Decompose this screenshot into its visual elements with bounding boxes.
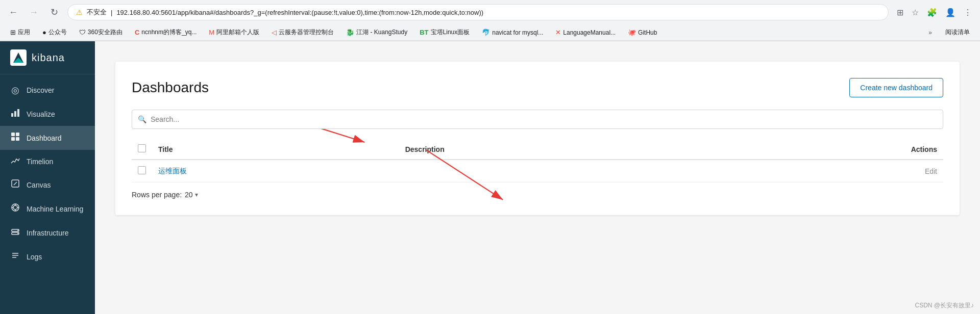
sidebar-nav: ◎ Discover Visualize — [0, 74, 95, 273]
bookmark-github[interactable]: 🐙 GitHub — [624, 27, 661, 38]
th-title: Title — [152, 139, 399, 160]
bookmarks-more[interactable]: » — [925, 28, 935, 38]
dashboard-link[interactable]: 运维面板 — [158, 167, 187, 175]
github-icon: 🐙 — [628, 29, 636, 36]
dashboard-icon — [10, 132, 20, 144]
th-actions: Actions — [710, 139, 943, 160]
lock-icon: ⚠ — [76, 8, 83, 16]
table-header: Title Description Actions — [132, 139, 943, 160]
bookmark-bt-label: 宝塔Linux面板 — [431, 28, 470, 37]
reader-mode-label: 阅读清单 — [945, 28, 970, 37]
bookmark-bt[interactable]: BT 宝塔Linux面板 — [415, 27, 474, 38]
th-description: Description — [399, 139, 711, 160]
ali-icon: M — [209, 29, 214, 36]
chevron-down-icon: ▾ — [195, 191, 198, 198]
sidebar-item-dashboard[interactable]: Dashboard — [0, 126, 95, 150]
bookmark-cloud[interactable]: ◁ 云服务器管理控制台 — [267, 27, 338, 38]
bookmark-ali-label: 阿里邮箱个人版 — [216, 28, 259, 37]
forward-button[interactable]: → — [27, 5, 41, 19]
discover-icon: ◎ — [10, 85, 20, 96]
bookmark-apps-label: 应用 — [18, 28, 30, 37]
lang-icon: ✕ — [555, 29, 561, 36]
extensions-puzzle[interactable]: 🧩 — [925, 6, 939, 19]
credit-text: CSDN @长安有故里♪ — [915, 301, 974, 310]
bookmark-ncnhnm-label: ncnhnm的博客_yq... — [141, 28, 197, 37]
svg-rect-4 — [17, 109, 19, 117]
ncnhnm-icon: C — [135, 29, 139, 36]
th-select-all — [132, 139, 152, 160]
browser-chrome: ← → ↻ ⚠ 不安全 | 192.168.80.40:5601/app/kib… — [0, 0, 980, 41]
bookmarks-bar: ⊞ 应用 ● 公众号 🛡 360安全路由 C ncnhnm的博客_yq... M… — [0, 24, 980, 41]
bookmark-apps[interactable]: ⊞ 应用 — [6, 27, 34, 38]
sidebar-item-discover-label: Discover — [27, 86, 54, 94]
bookmark-jh[interactable]: 🐉 江湖 - KuangStudy — [342, 27, 411, 38]
main-content: Dashboards Create new dashboard 🔍 Title … — [95, 41, 980, 314]
rows-per-page-value: 20 — [185, 191, 193, 199]
address-bar[interactable]: ⚠ 不安全 | 192.168.80.40:5601/app/kibana#/d… — [67, 4, 889, 20]
kibana-logo-text: kibana — [32, 52, 65, 64]
sidebar-item-dashboard-label: Dashboard — [27, 134, 62, 142]
canvas-icon — [10, 179, 20, 191]
sidebar-item-visualize[interactable]: Visualize — [0, 102, 95, 126]
sidebar-item-canvas-label: Canvas — [27, 181, 51, 189]
bookmark-360[interactable]: 🛡 360安全路由 — [75, 27, 127, 38]
bookmark-github-label: GitHub — [638, 29, 657, 36]
gzh-icon: ● — [42, 29, 46, 36]
sidebar-item-timelion[interactable]: Timelion — [0, 150, 95, 173]
bookmark-ncnhnm[interactable]: C ncnhnm的博客_yq... — [131, 27, 201, 38]
sidebar-item-infrastructure-label: Infrastructure — [27, 229, 68, 237]
bookmark-button[interactable]: ☆ — [910, 6, 921, 19]
bookmark-lang[interactable]: ✕ LanguageManual... — [551, 27, 620, 38]
timelion-icon — [10, 156, 20, 167]
address-separator: | — [111, 9, 112, 16]
svg-rect-3 — [14, 111, 16, 117]
bookmark-gzh[interactable]: ● 公众号 — [38, 27, 71, 38]
apps-icon: ⊞ — [10, 29, 16, 36]
svg-rect-8 — [16, 137, 19, 141]
bookmark-lang-label: LanguageManual... — [563, 29, 616, 36]
sidebar-item-ml[interactable]: Machine Learning — [0, 197, 95, 221]
search-icon: 🔍 — [138, 115, 146, 123]
sidebar-item-discover[interactable]: ◎ Discover — [0, 78, 95, 102]
profile-button[interactable]: 👤 — [943, 6, 958, 19]
back-button[interactable]: ← — [6, 5, 20, 19]
svg-rect-2 — [11, 113, 13, 117]
rows-per-page-label: Rows per page: — [132, 191, 182, 199]
sidebar-item-timelion-label: Timelion — [27, 158, 53, 166]
search-input[interactable] — [132, 110, 943, 129]
bookmark-ali[interactable]: M 阿里邮箱个人版 — [205, 27, 263, 38]
menu-button[interactable]: ⋮ — [962, 6, 974, 19]
svg-point-19 — [17, 230, 18, 231]
refresh-button[interactable]: ↻ — [47, 5, 61, 19]
kibana-logo-icon — [10, 49, 27, 66]
url-text: 192.168.80.40:5601/app/kibana#/dashboard… — [116, 9, 483, 16]
sidebar-item-logs[interactable]: Logs — [0, 245, 95, 269]
bookmark-gzh-label: 公众号 — [48, 28, 67, 37]
svg-line-10 — [14, 182, 17, 185]
row-checkbox[interactable] — [138, 166, 146, 174]
table-row: 运维面板 Edit — [132, 160, 943, 182]
sidebar-item-visualize-label: Visualize — [27, 110, 55, 118]
svg-rect-7 — [11, 137, 15, 141]
extensions-button[interactable]: ⊞ — [895, 6, 905, 19]
svg-point-20 — [17, 233, 18, 234]
sidebar-item-canvas[interactable]: Canvas — [0, 173, 95, 197]
select-all-checkbox[interactable] — [138, 144, 146, 152]
reader-mode[interactable]: 阅读清单 — [941, 27, 974, 38]
sidebar: kibana ◎ Discover Visualize — [0, 41, 95, 314]
row-actions-cell: Edit — [710, 160, 943, 182]
navicat-icon: 🐬 — [482, 29, 490, 36]
row-title-cell: 运维面板 — [152, 160, 399, 182]
svg-rect-6 — [16, 133, 19, 136]
sidebar-item-infrastructure[interactable]: Infrastructure — [0, 221, 95, 245]
bookmark-navicat[interactable]: 🐬 navicat for mysql... — [478, 27, 547, 38]
jh-icon: 🐉 — [346, 29, 354, 36]
create-dashboard-button[interactable]: Create new dashboard — [849, 78, 943, 97]
edit-button[interactable]: Edit — [925, 167, 937, 175]
rows-per-page-select[interactable]: 20 ▾ — [185, 191, 198, 199]
row-checkbox-cell — [132, 160, 152, 182]
svg-point-11 — [13, 205, 17, 210]
visualize-icon — [10, 108, 20, 120]
row-description-cell — [399, 160, 711, 182]
bookmark-360-label: 360安全路由 — [88, 28, 122, 37]
